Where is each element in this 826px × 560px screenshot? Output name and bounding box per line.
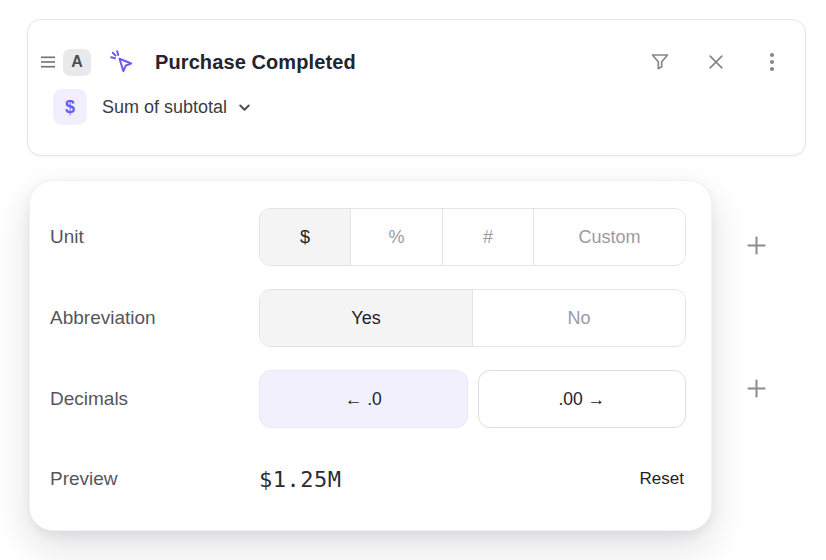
filter-button[interactable] bbox=[645, 47, 675, 77]
click-event-icon bbox=[107, 47, 137, 77]
add-filter-button[interactable] bbox=[742, 231, 771, 260]
unit-segmented-control: $ % # Custom bbox=[259, 208, 686, 266]
close-icon bbox=[705, 51, 727, 73]
event-card-header: A Purchase Completed bbox=[35, 40, 787, 84]
preview-row: Preview $1.25M Reset bbox=[50, 451, 686, 507]
abbreviation-row: Abbreviation Yes No bbox=[50, 289, 686, 347]
reset-button[interactable]: Reset bbox=[638, 465, 686, 493]
kebab-menu-icon bbox=[761, 50, 783, 74]
plus-icon bbox=[745, 377, 768, 400]
drag-handle-icon bbox=[40, 55, 56, 69]
event-index-badge: A bbox=[63, 49, 91, 76]
filter-funnel-icon bbox=[648, 50, 672, 74]
unit-label: Unit bbox=[50, 226, 259, 248]
event-title[interactable]: Purchase Completed bbox=[155, 51, 356, 74]
abbreviation-label: Abbreviation bbox=[50, 307, 259, 329]
decimals-label: Decimals bbox=[50, 388, 259, 410]
metric-selector[interactable]: $ Sum of subtotal bbox=[35, 88, 787, 126]
preview-content: $1.25M Reset bbox=[259, 465, 686, 493]
decimals-row: Decimals ← .0 .00 → bbox=[50, 370, 686, 428]
unit-option-number[interactable]: # bbox=[442, 209, 533, 265]
plus-icon bbox=[745, 234, 768, 257]
unit-option-dollar[interactable]: $ bbox=[260, 209, 350, 265]
close-button[interactable] bbox=[701, 47, 731, 77]
abbreviation-segmented-control: Yes No bbox=[259, 289, 686, 347]
currency-badge: $ bbox=[53, 89, 87, 125]
chevron-down-icon bbox=[236, 99, 253, 116]
format-popover: Unit $ % # Custom Abbreviation Yes No De… bbox=[29, 180, 712, 531]
drag-handle[interactable] bbox=[35, 50, 61, 74]
decimals-decrease-button[interactable]: ← .0 bbox=[259, 370, 468, 428]
event-card: A Purchase Completed bbox=[27, 19, 806, 156]
add-event-button[interactable] bbox=[742, 374, 771, 403]
preview-label: Preview bbox=[50, 468, 259, 490]
metric-label: Sum of subtotal bbox=[102, 97, 227, 118]
unit-option-custom[interactable]: Custom bbox=[533, 209, 685, 265]
unit-option-percent[interactable]: % bbox=[350, 209, 442, 265]
unit-row: Unit $ % # Custom bbox=[50, 208, 686, 266]
preview-value: $1.25M bbox=[259, 467, 341, 492]
decimals-increase-button[interactable]: .00 → bbox=[478, 370, 687, 428]
more-options-button[interactable] bbox=[757, 47, 787, 77]
abbreviation-option-no[interactable]: No bbox=[472, 290, 685, 346]
decimals-controls: ← .0 .00 → bbox=[259, 370, 686, 428]
abbreviation-option-yes[interactable]: Yes bbox=[260, 290, 472, 346]
